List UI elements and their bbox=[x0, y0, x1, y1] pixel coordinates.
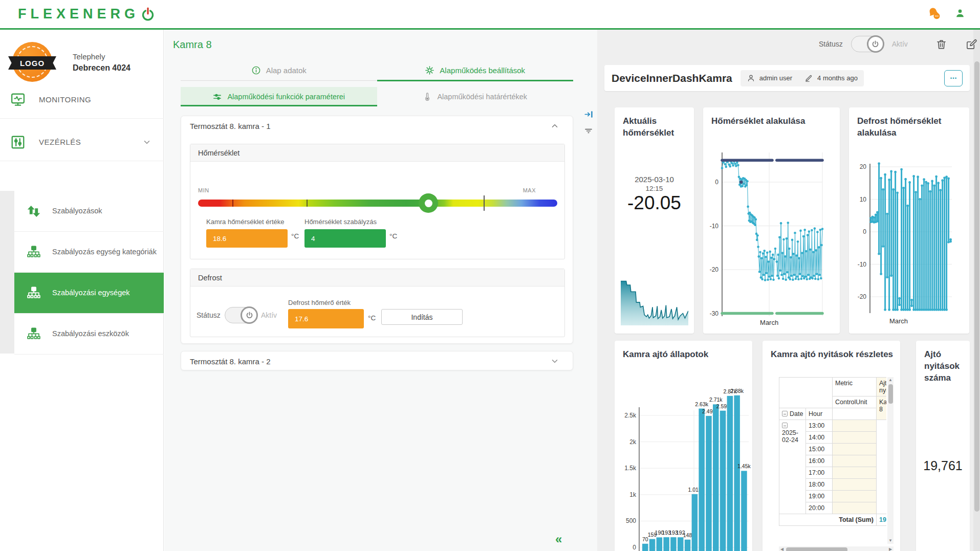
pivot-hour-cell: 15:00 bbox=[806, 444, 833, 455]
pivot-horizontal-scrollbar[interactable]: ◀ ▶ bbox=[779, 546, 894, 551]
svg-text:March: March bbox=[889, 317, 908, 325]
defrost-start-button[interactable]: Indítás bbox=[381, 309, 463, 325]
thermostat-2-header[interactable]: Termosztát 8. kamra - 2 bbox=[181, 351, 573, 370]
defrost-status-toggle[interactable] bbox=[225, 307, 257, 323]
svg-text:2.63k: 2.63k bbox=[695, 401, 708, 407]
pivot-total-label: Total (Sum) bbox=[779, 514, 877, 526]
sidebar-item-label: Szabályozási egységek bbox=[52, 288, 137, 298]
sidebar-item-monitoring[interactable]: MONITORING bbox=[0, 81, 164, 119]
arrows-up-down-icon bbox=[27, 204, 41, 218]
sidebar-item-szabalyozasi-eszkozok[interactable]: Szabályozási eszközök bbox=[14, 314, 164, 355]
pivot-value-cell bbox=[833, 479, 877, 491]
delete-icon[interactable] bbox=[935, 38, 947, 50]
pivot-hscroll-thumb[interactable] bbox=[786, 547, 847, 551]
thermostat-1-header[interactable]: Termosztát 8. kamra - 1 bbox=[181, 116, 573, 135]
chevron-up-icon bbox=[550, 121, 559, 130]
door-states-title: Kamra ajtó állapotok bbox=[615, 341, 752, 361]
subtab-funkciok-parameterei[interactable]: Alapműködési funkciók paraméterei bbox=[181, 87, 377, 106]
svg-text:20: 20 bbox=[860, 163, 867, 170]
svg-text:2k: 2k bbox=[629, 438, 637, 446]
door-count-title: Ajtó nyitások száma bbox=[916, 341, 970, 384]
dashboard-title: DeviceInnerDashKamra bbox=[612, 72, 732, 84]
scroll-right-icon[interactable]: ▶ bbox=[887, 546, 894, 551]
dashboard-author: admin user bbox=[759, 74, 792, 82]
device-status-label: Státusz bbox=[819, 40, 843, 48]
monitor-pulse-icon bbox=[10, 92, 26, 107]
hierarchy-icon bbox=[27, 327, 41, 341]
hierarchy-icon bbox=[27, 286, 41, 300]
temperature-slider-handle[interactable] bbox=[419, 193, 438, 213]
power-icon bbox=[245, 311, 254, 320]
notifications-bell-icon[interactable] bbox=[926, 6, 941, 20]
sidebar-item-vezerles[interactable]: VEZÉRLÉS bbox=[0, 123, 164, 161]
kamra-temp-input[interactable]: 18.6 bbox=[206, 229, 288, 248]
scroll-left-icon[interactable]: ◀ bbox=[779, 546, 785, 551]
temp-control-input[interactable]: 4 bbox=[304, 229, 386, 248]
dashboard-menu-button[interactable]: ... bbox=[944, 70, 963, 86]
thermostat-1-title: Termosztát 8. kamra - 1 bbox=[190, 122, 271, 130]
pivot-date-header[interactable]: Date bbox=[779, 408, 806, 420]
thermostat-2-title: Termosztát 8. kamra - 2 bbox=[190, 357, 271, 366]
subtab-hatarertekek[interactable]: Alapműködési határértékek bbox=[377, 87, 574, 106]
navbar-accent-line bbox=[0, 28, 980, 30]
slider-min-label: MIN bbox=[198, 187, 209, 193]
svg-text:-10: -10 bbox=[858, 261, 867, 268]
dashboard-scrollbar[interactable] bbox=[973, 30, 980, 551]
thermometer-icon bbox=[423, 92, 432, 101]
tab-alap-adatok[interactable]: Alap adatok bbox=[181, 60, 377, 80]
current-temp-card: Aktuális hőmérséklet 2025-03-10 12:15 -2… bbox=[615, 107, 694, 334]
pivot-row: 2025-02-2413:00 bbox=[779, 420, 887, 432]
svg-text:2.71k: 2.71k bbox=[709, 396, 723, 403]
slider-tick-low bbox=[232, 200, 233, 207]
slider-tick-high bbox=[484, 195, 485, 211]
tab-alapmukodes-beallitasok[interactable]: Alapműködés beállítások bbox=[377, 60, 574, 80]
pivot-hour-cell: 18:00 bbox=[806, 479, 833, 491]
defrost-status-state: Aktív bbox=[261, 311, 277, 319]
defrost-history-title: Defrost hőmérséklet alakulása bbox=[849, 107, 946, 139]
svg-text:0: 0 bbox=[633, 544, 636, 551]
temperature-slider[interactable] bbox=[198, 200, 557, 207]
temp-control-label: Hőmérséklet szabályzás bbox=[304, 218, 386, 226]
arrow-to-bar-icon[interactable] bbox=[584, 109, 594, 119]
filter-icon[interactable] bbox=[584, 126, 594, 136]
defrost-section: Defrost Státusz Aktív Defrost hőmérő ért… bbox=[190, 269, 565, 337]
sidebar-item-szabalyozasok[interactable]: Szabályozások bbox=[14, 191, 164, 232]
svg-text:-20: -20 bbox=[858, 293, 867, 300]
user-profile-icon[interactable] bbox=[954, 8, 966, 19]
subtab-bar: Alapműködési funkciók paramétereiAlapműk… bbox=[181, 87, 573, 106]
scroll-up-icon[interactable]: ▲ bbox=[887, 377, 894, 383]
edit-icon[interactable] bbox=[966, 38, 977, 50]
device-status-toggle[interactable] bbox=[851, 36, 884, 52]
svg-text:0: 0 bbox=[715, 179, 718, 186]
sliders-v-icon bbox=[10, 135, 26, 150]
pivot-vertical-scrollbar[interactable]: ▲ ▼ bbox=[887, 377, 894, 544]
pivot-vscroll-thumb[interactable] bbox=[888, 384, 893, 404]
sliders-h-icon bbox=[212, 92, 222, 102]
pivot-value-cell bbox=[833, 491, 877, 502]
defrost-history-chart: 20100-10-20March bbox=[849, 148, 969, 333]
defrost-temp-input[interactable]: 17.6 bbox=[288, 309, 364, 328]
dashboard-header: DeviceInnerDashKamra admin user 4 months… bbox=[604, 65, 970, 91]
panel-collapse-button[interactable]: « bbox=[555, 532, 562, 546]
sidebar-item-label: Szabályozások bbox=[52, 206, 110, 216]
svg-text:10: 10 bbox=[860, 196, 867, 203]
submenu-indent-gutter bbox=[0, 191, 14, 354]
sidebar-item-label: VEZÉRLÉS bbox=[39, 138, 81, 146]
brand-logo: FLEXENERG bbox=[18, 6, 156, 22]
door-count-value: 19,761 bbox=[916, 458, 970, 473]
dashboard-scrollbar-thumb[interactable] bbox=[974, 61, 979, 512]
sidebar-item-szabalyozas-egyseg-kategoriak[interactable]: Szabályozás egység kategóriák bbox=[14, 232, 164, 273]
defrost-history-card: Defrost hőmérséklet alakulása 20100-10-2… bbox=[849, 107, 969, 334]
power-icon bbox=[871, 40, 880, 49]
sidebar-item-szabalyozasi-egysegek[interactable]: Szabályozási egységek bbox=[14, 273, 164, 314]
svg-text:148: 148 bbox=[683, 532, 692, 538]
current-temp-sparkline bbox=[621, 277, 688, 326]
pivot-hour-cell: 17:00 bbox=[806, 467, 833, 479]
pivot-date-cell[interactable]: 2025-02-24 bbox=[779, 420, 806, 514]
brand-power-icon bbox=[140, 7, 156, 22]
pivot-total-value: 19,761 bbox=[877, 514, 887, 526]
current-temp-title: Aktuális hőmérséklet bbox=[615, 107, 694, 139]
pivot-value-cell bbox=[833, 444, 877, 455]
scroll-down-icon[interactable]: ▼ bbox=[887, 538, 894, 544]
svg-text:2.5k: 2.5k bbox=[624, 412, 637, 419]
